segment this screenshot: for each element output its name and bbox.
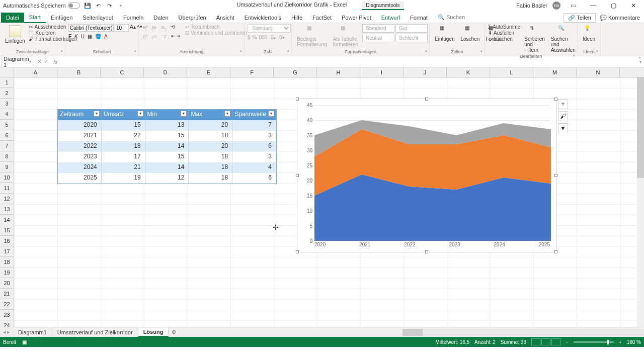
row-header[interactable]: 20: [0, 278, 14, 289]
zoom-slider[interactable]: [574, 341, 614, 343]
font-color-button[interactable]: A: [104, 34, 108, 39]
sheet-nav-first-icon[interactable]: ◂: [3, 329, 6, 335]
border-button[interactable]: ▦: [88, 34, 92, 39]
conditional-format-button[interactable]: ▦Bedingte Formatierung: [295, 24, 329, 48]
tab-start[interactable]: Start: [24, 12, 46, 23]
fx-icon[interactable]: fx: [51, 59, 58, 65]
chart-object[interactable]: + 🖌 ▼ 051015202530354045 202020212022202…: [297, 99, 556, 252]
merge-button[interactable]: ⊟Verbinden und zentrieren: [185, 30, 247, 36]
table-cell[interactable]: 2023: [58, 152, 102, 162]
table-row[interactable]: 20221814206: [58, 141, 276, 152]
collapse-ribbon-icon[interactable]: ⌃: [638, 56, 642, 61]
font-name-select[interactable]: [68, 24, 114, 32]
indent-increase-button[interactable]: ⇥: [176, 33, 180, 40]
resize-handle[interactable]: [296, 250, 299, 253]
tab-chartdesign[interactable]: Entwurf: [376, 13, 405, 23]
sheet-tab-losung[interactable]: Lösung: [138, 328, 169, 337]
column-header[interactable]: F: [230, 67, 274, 77]
row-header[interactable]: 6: [0, 130, 14, 141]
tab-review[interactable]: Überprüfen: [174, 13, 211, 23]
row-header[interactable]: 4: [0, 109, 14, 120]
tab-data[interactable]: Daten: [148, 13, 173, 23]
row-header[interactable]: 12: [0, 194, 14, 204]
row-header[interactable]: 5: [0, 120, 14, 130]
undo-icon[interactable]: ↶: [95, 2, 102, 9]
chart-elements-button[interactable]: +: [558, 99, 568, 109]
share-button[interactable]: 🔗 Teilen: [564, 13, 596, 23]
autosave-toggle[interactable]: Automatisches Speichern: [3, 3, 80, 9]
row-header[interactable]: 18: [0, 257, 14, 267]
table-cell[interactable]: 2020: [58, 120, 102, 131]
row-header[interactable]: 17: [0, 246, 14, 257]
decimal-dec-button[interactable]: .0▾: [278, 35, 285, 40]
column-header[interactable]: G: [274, 67, 317, 77]
chart-filter-button[interactable]: ▼: [558, 123, 568, 133]
data-table[interactable]: ZeitraumUmsatzMinMaxSpannweite 202015132…: [57, 109, 277, 184]
row-header[interactable]: 14: [0, 215, 14, 225]
resize-handle[interactable]: [554, 98, 557, 101]
table-cell[interactable]: 3: [232, 131, 276, 141]
row-header[interactable]: 13: [0, 204, 14, 215]
minimize-icon[interactable]: —: [586, 1, 601, 11]
column-header[interactable]: E: [187, 67, 230, 77]
align-center-button[interactable]: [151, 33, 159, 40]
table-cell[interactable]: 18: [189, 173, 232, 184]
row-header[interactable]: 22: [0, 299, 14, 310]
table-column-header[interactable]: Spannweite: [232, 110, 276, 120]
table-cell[interactable]: 2025: [58, 173, 102, 184]
table-row[interactable]: 20251912186: [58, 173, 276, 184]
sheet-tab-umsatzverlauf[interactable]: Umsatzverlauf und Zielkorridor: [52, 328, 138, 336]
qat-more-icon[interactable]: ▾: [117, 2, 124, 9]
row-header[interactable]: 21: [0, 289, 14, 299]
name-box[interactable]: Diagramm 1▾: [1, 55, 33, 69]
vertical-scrollbar[interactable]: [637, 77, 644, 327]
tab-pagelayout[interactable]: Seitenlayout: [77, 13, 118, 23]
row-header[interactable]: 16: [0, 236, 14, 246]
table-cell[interactable]: 15: [145, 152, 189, 162]
row-header[interactable]: 7: [0, 141, 14, 151]
comments-button[interactable]: 💬 Kommentare: [600, 15, 640, 21]
column-header[interactable]: I: [360, 67, 404, 77]
view-normal-button[interactable]: [531, 338, 540, 345]
number-format-select[interactable]: Standard: [248, 24, 291, 33]
font-size-select[interactable]: [115, 24, 129, 32]
view-pagebreak-button[interactable]: [551, 338, 560, 345]
table-cell[interactable]: 2024: [58, 162, 102, 173]
resize-handle[interactable]: [296, 174, 299, 177]
align-middle-button[interactable]: [151, 24, 159, 31]
resize-handle[interactable]: [425, 98, 428, 101]
align-left-button[interactable]: [142, 33, 150, 40]
table-cell[interactable]: 2021: [58, 131, 102, 141]
table-cell[interactable]: 2022: [58, 141, 102, 152]
table-column-header[interactable]: Max: [189, 110, 232, 120]
tab-chartformat[interactable]: Format: [405, 13, 433, 23]
tab-powerpivot[interactable]: Power Pivot: [337, 13, 376, 23]
tab-help[interactable]: Hilfe: [286, 13, 307, 23]
indent-decrease-button[interactable]: ⇤: [171, 33, 175, 40]
insert-cells-button[interactable]: ▦Einfügen: [433, 24, 456, 43]
close-icon[interactable]: ✕: [626, 1, 641, 11]
row-header[interactable]: 10: [0, 172, 14, 183]
column-header[interactable]: N: [577, 67, 620, 77]
table-cell[interactable]: 17: [102, 152, 145, 162]
table-cell[interactable]: 15: [102, 120, 145, 131]
user-avatar[interactable]: FB: [552, 2, 560, 10]
table-cell[interactable]: 14: [145, 141, 189, 152]
table-row[interactable]: 20201513207: [58, 120, 276, 131]
tab-formulas[interactable]: Formeln: [118, 13, 148, 23]
row-header[interactable]: 2: [0, 88, 14, 99]
zoom-out-button[interactable]: −: [566, 339, 569, 345]
row-header[interactable]: 3: [0, 99, 14, 109]
table-cell[interactable]: 22: [102, 131, 145, 141]
style-schlecht[interactable]: Schlecht: [395, 34, 428, 42]
tab-file[interactable]: Datei: [1, 13, 24, 23]
row-header[interactable]: 23: [0, 310, 14, 320]
column-header[interactable]: L: [490, 67, 533, 77]
redo-icon[interactable]: ↷: [106, 2, 113, 9]
table-cell[interactable]: 6: [232, 173, 276, 184]
thousands-button[interactable]: 000: [259, 35, 267, 40]
find-select-button[interactable]: 🔍Suchen und Auswählen: [549, 24, 578, 54]
row-header[interactable]: 24: [0, 320, 14, 327]
delete-cells-button[interactable]: ▦Löschen: [458, 24, 481, 43]
resize-handle[interactable]: [554, 250, 557, 253]
